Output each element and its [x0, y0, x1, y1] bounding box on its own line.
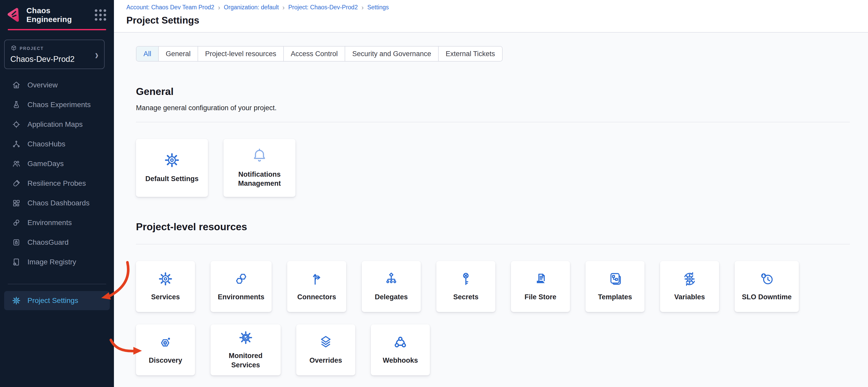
- card-label: Environments: [218, 292, 265, 302]
- cube-icon: [10, 45, 17, 52]
- card-label: Delegates: [375, 292, 408, 302]
- sidebar-item-chaoshubs[interactable]: ChaosHubs: [0, 134, 114, 154]
- card-webhooks[interactable]: Webhooks: [371, 324, 430, 375]
- sidebar-item-resilience-probes[interactable]: Resilience Probes: [0, 174, 114, 193]
- variables-gear-sync-icon: [682, 271, 697, 287]
- card-notifications-management[interactable]: Notifications Management: [223, 139, 296, 197]
- file-store-shelf-icon: [533, 271, 548, 287]
- card-templates[interactable]: Templates: [586, 261, 645, 312]
- card-label: Services: [151, 292, 180, 302]
- card-file-store[interactable]: File Store: [511, 261, 570, 312]
- card-environments[interactable]: Environments: [211, 261, 272, 312]
- sidebar-item-chaos-dashboards[interactable]: Chaos Dashboards: [0, 193, 114, 213]
- gear-icon: [164, 152, 180, 169]
- sidebar-item-label: Environments: [27, 219, 72, 227]
- sidebar-divider: [8, 284, 106, 284]
- card-label: File Store: [525, 292, 556, 302]
- resources-cards-row-2: Discovery Monitored Services: [136, 324, 850, 375]
- sidebar-item-label: Application Maps: [27, 120, 83, 129]
- card-label: SLO Downtime: [742, 292, 792, 302]
- general-section-title: General: [136, 86, 850, 97]
- card-connectors[interactable]: Connectors: [287, 261, 346, 312]
- project-name: Chaos-Dev-Prod2: [10, 55, 95, 64]
- card-delegates[interactable]: Delegates: [362, 261, 421, 312]
- resources-section-title: Project-level resources: [136, 221, 850, 233]
- module-accent-rule: [8, 29, 106, 30]
- monitored-services-gear-check-icon: [238, 330, 253, 346]
- sidebar-item-label: Resilience Probes: [27, 179, 86, 187]
- sidebar-item-application-maps[interactable]: Application Maps: [0, 115, 114, 134]
- breadcrumb-project-link[interactable]: Project: Chaos-Dev-Prod2: [288, 4, 358, 11]
- breadcrumb-separator: ›: [362, 4, 364, 11]
- breadcrumb-settings-link[interactable]: Settings: [367, 4, 389, 11]
- breadcrumb-separator: ›: [282, 4, 285, 11]
- tab-general[interactable]: General: [158, 46, 197, 61]
- card-label: Discovery: [149, 356, 182, 365]
- card-default-settings[interactable]: Default Settings: [136, 139, 208, 197]
- sidebar-item-gamedays[interactable]: GameDays: [0, 154, 114, 174]
- services-gear-icon: [158, 271, 173, 287]
- connectors-branch-arrows-icon: [309, 271, 324, 287]
- sidebar-item-image-registry[interactable]: Image Registry: [0, 252, 114, 272]
- card-label: Webhooks: [383, 356, 418, 365]
- sidebar-nav: Overview Chaos Experiments Application M…: [0, 75, 114, 310]
- overrides-layers-icon: [318, 335, 333, 351]
- section-divider: [136, 122, 850, 122]
- app-window: Chaos Engineering PROJECT Chaos-Dev-Prod…: [0, 0, 868, 387]
- sidebar-item-project-settings[interactable]: Project Settings: [4, 291, 110, 310]
- tab-external-tickets[interactable]: External Tickets: [438, 46, 502, 61]
- card-variables[interactable]: Variables: [660, 261, 719, 312]
- sidebar: Chaos Engineering PROJECT Chaos-Dev-Prod…: [0, 0, 114, 387]
- breadcrumb-organization-link[interactable]: Organization: default: [224, 4, 279, 11]
- sidebar-item-label: GameDays: [27, 160, 64, 168]
- tab-project-level-resources[interactable]: Project-level resources: [197, 46, 283, 61]
- sidebar-item-chaos-experiments[interactable]: Chaos Experiments: [0, 95, 114, 115]
- project-kind-label: PROJECT: [20, 46, 44, 51]
- templates-stacked-cards-icon: [608, 271, 622, 287]
- secrets-key-icon: [458, 271, 473, 287]
- sidebar-item-label: Chaos Experiments: [27, 101, 91, 109]
- product-title: Chaos Engineering: [26, 6, 90, 24]
- project-selector[interactable]: PROJECT Chaos-Dev-Prod2 ›: [4, 40, 104, 69]
- chevron-right-icon: ›: [95, 48, 98, 61]
- card-secrets[interactable]: Secrets: [436, 261, 495, 312]
- card-label: Variables: [674, 292, 705, 302]
- section-divider: [136, 244, 850, 244]
- tab-access-control[interactable]: Access Control: [283, 46, 345, 61]
- breadcrumb: Account: Chaos Dev Team Prod2 › Organiza…: [126, 4, 868, 11]
- sidebar-item-chaosguard[interactable]: ChaosGuard: [0, 233, 114, 252]
- card-label: Templates: [598, 292, 632, 302]
- sidebar-item-label: Chaos Dashboards: [27, 199, 90, 207]
- breadcrumb-separator: ›: [218, 4, 220, 11]
- tab-security-and-governance[interactable]: Security and Governance: [345, 46, 438, 61]
- module-switcher-grid-icon[interactable]: [95, 9, 106, 21]
- card-label: Overrides: [309, 356, 342, 365]
- resources-cards-row-1: Services Environments: [136, 261, 850, 312]
- tab-all[interactable]: All: [136, 46, 158, 61]
- card-monitored-services[interactable]: Monitored Services: [211, 324, 281, 375]
- sidebar-item-label: ChaosGuard: [27, 238, 69, 247]
- sidebar-item-label: Overview: [27, 81, 58, 89]
- discovery-hexagon-gear-icon: [158, 335, 173, 351]
- bell-icon: [251, 148, 268, 165]
- sidebar-item-label: ChaosHubs: [27, 140, 65, 148]
- card-discovery[interactable]: Discovery: [136, 324, 195, 375]
- sidebar-item-environments[interactable]: Environments: [0, 213, 114, 233]
- main-area: Account: Chaos Dev Team Prod2 › Organiza…: [114, 0, 868, 387]
- card-services[interactable]: Services: [136, 261, 195, 312]
- card-label: Notifications Management: [232, 170, 287, 188]
- page-title: Project Settings: [126, 15, 868, 26]
- card-slo-downtime[interactable]: SLO Downtime: [735, 261, 799, 312]
- card-label: Secrets: [453, 292, 478, 302]
- webhooks-icon: [393, 335, 408, 351]
- general-cards-row: Default Settings Notifications Managemen…: [136, 139, 850, 197]
- sidebar-item-label: Image Registry: [27, 258, 76, 266]
- card-overrides[interactable]: Overrides: [296, 324, 355, 375]
- chaos-engineering-logo-icon: [6, 7, 21, 23]
- settings-content: All General Project-level resources Acce…: [114, 33, 868, 387]
- sidebar-item-overview[interactable]: Overview: [0, 75, 114, 95]
- slo-downtime-clock-icon: [759, 271, 774, 287]
- general-section-description: Manage general configuration of your pro…: [136, 104, 850, 112]
- card-label: Connectors: [297, 292, 336, 302]
- breadcrumb-account-link[interactable]: Account: Chaos Dev Team Prod2: [126, 4, 214, 11]
